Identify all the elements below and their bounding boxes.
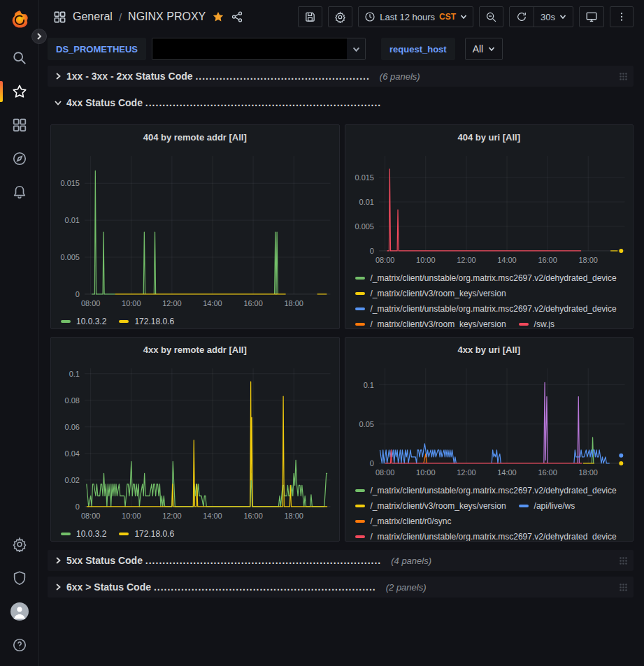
sidebar-item-configuration[interactable] [0,528,38,561]
sidebar-item-server-admin[interactable] [0,561,38,595]
legend-item[interactable]: /_matrix/client/v3/room_keys/version [355,317,506,328]
configuration-gear-icon [12,537,27,552]
favorite-star-icon[interactable] [212,10,224,23]
cycle-view-mode-button[interactable] [579,6,604,27]
legend-color-swatch [355,535,365,538]
datasource-select[interactable] [152,38,366,60]
row-drag-handle[interactable] [619,556,628,565]
panel-title: 4xx by remote addr [All] [143,345,247,355]
legend-label: 10.0.3.2 [76,529,106,539]
save-icon [304,11,316,23]
save-dashboard-button[interactable] [298,6,322,27]
alerting-bell-icon [12,184,27,200]
panel-header[interactable]: 4xx by remote addr [All] [51,338,339,361]
legend-label: /_matrix/client/unstable/org.matrix.msc2… [371,273,617,283]
legend-item[interactable]: /_matrix/client/r0/sync [355,514,452,529]
legend-color-swatch [119,320,129,323]
sidebar-item-help[interactable] [0,628,38,662]
chevron-down-icon [347,38,365,59]
svg-text:0.005: 0.005 [60,253,79,261]
kebab-menu-icon [616,11,627,22]
row-drag-handle[interactable] [619,72,628,81]
svg-text:0.08: 0.08 [65,396,80,405]
svg-text:08:00: 08:00 [81,512,100,520]
sidebar-item-alerting[interactable] [0,175,38,209]
svg-text:0.01: 0.01 [359,198,373,206]
refresh-button[interactable] [510,7,534,27]
svg-text:10:00: 10:00 [122,299,141,307]
svg-text:0: 0 [76,290,80,298]
legend-item[interactable]: /_matrix/client/unstable/org.matrix.msc2… [355,270,617,286]
legend-item[interactable]: /_matrix/client/unstable/org.matrix.msc2… [355,301,617,317]
panel-header[interactable]: 404 by remote addr [All] [51,125,339,149]
chevron-down-icon [460,13,467,20]
page-title[interactable]: NGINX PROXY [128,10,206,23]
svg-text:16:00: 16:00 [243,512,262,520]
row-title: 6xx > Status Code [66,581,154,593]
dashboard-row-1xx-3xx-2xx[interactable]: 1xx - 3xx - 2xx Status Code ............… [48,66,634,87]
time-range-picker[interactable]: Last 12 hours CST [358,6,473,27]
legend-item[interactable]: /sw.js [519,317,554,328]
svg-text:0.015: 0.015 [60,179,79,187]
legend-item[interactable]: /_matrix/client/v3/room_keys/version [355,498,506,514]
legend-item[interactable]: /api/live/ws [519,498,575,514]
zoom-out-button[interactable] [479,6,503,27]
legend-item[interactable]: 10.0.3.2 [61,314,106,328]
svg-text:12:00: 12:00 [457,256,475,264]
dashboard-row-5xx[interactable]: 5xx Status Code ........................… [48,550,634,571]
row-drag-handle[interactable] [619,583,628,592]
breadcrumb-section[interactable]: General [73,10,113,23]
sidebar-item-dashboards[interactable] [0,108,38,142]
svg-text:14:00: 14:00 [497,468,516,477]
legend-item[interactable]: /_matrix/client/unstable/org.matrix.msc2… [355,529,617,541]
panel-header[interactable]: 404 by uri [All] [345,125,634,149]
panel-title: 404 by remote addr [All] [143,132,247,143]
svg-text:08:00: 08:00 [81,299,100,307]
legend-label: /_matrix/client/unstable/org.matrix.msc2… [371,532,617,541]
sidebar-item-profile[interactable] [0,595,38,628]
svg-text:12:00: 12:00 [162,512,181,520]
share-icon[interactable] [231,10,243,23]
svg-text:0.005: 0.005 [355,222,373,231]
legend-item[interactable]: 172.18.0.6 [119,314,174,328]
grafana-logo-icon [9,9,30,30]
legend-item[interactable]: 10.0.3.2 [61,526,106,541]
request-host-select[interactable]: All [465,38,503,60]
svg-text:16:00: 16:00 [538,468,557,477]
panel-header[interactable]: 4xx by uri [All] [345,338,634,361]
dashboard-row-4xx[interactable]: 4xx Status Code ........................… [48,92,634,113]
svg-text:16:00: 16:00 [538,256,557,264]
dashboard-settings-button[interactable] [328,6,352,27]
svg-text:14:00: 14:00 [497,256,516,264]
legend-item[interactable]: 172.18.0.6 [119,526,174,541]
apps-grid-icon[interactable] [53,10,66,24]
chevron-down-icon [488,45,495,52]
refresh-interval-select[interactable]: 30s [534,7,573,27]
sidebar-item-search[interactable] [0,41,38,75]
panel-404-by-remote-addr: 404 by remote addr [All] 08:0010:0012:00… [50,124,340,329]
legend-item[interactable]: /_matrix/client/v3/room_keys/version [355,286,506,301]
chevron-right-icon [54,72,62,80]
dashboard-row-6xx[interactable]: 6xx > Status Code ......................… [48,577,634,598]
grafana-logo[interactable] [9,9,30,30]
svg-text:0: 0 [369,247,373,255]
svg-text:18:00: 18:00 [284,512,303,520]
refresh-icon [516,11,527,22]
chevron-right-icon [36,33,43,40]
legend-color-swatch [355,520,365,523]
sidebar-item-starred[interactable] [0,75,38,108]
legend-label: /_matrix/client/r0/sync [371,516,452,526]
svg-text:0: 0 [76,502,80,511]
datasource-variable-label: DS_PROMETHEUS [48,38,146,60]
more-options-button[interactable] [610,6,634,27]
chevron-down-icon [54,99,62,107]
time-series-chart: 08:0010:0012:0014:0016:0018:0000.0050.01… [345,149,634,270]
svg-text:0.1: 0.1 [69,370,80,378]
sidebar-item-explore[interactable] [0,142,38,175]
dashboard-body: 1xx - 3xx - 2xx Status Code ............… [40,61,644,598]
svg-text:10:00: 10:00 [122,512,141,520]
legend-item[interactable]: /_matrix/client/unstable/org.matrix.msc2… [355,483,617,498]
user-avatar [10,602,29,621]
chevron-down-icon [559,13,566,20]
sidebar-collapse-button[interactable] [31,29,47,44]
